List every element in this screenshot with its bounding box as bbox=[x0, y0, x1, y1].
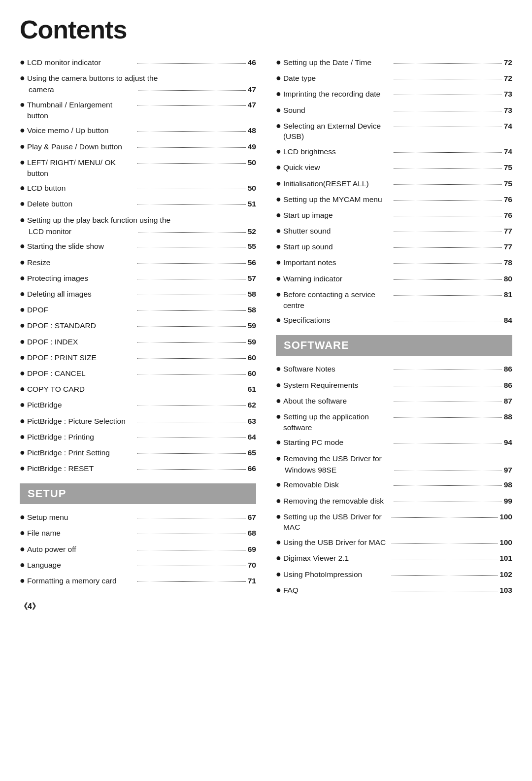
toc-item: ● Setup menu 67 bbox=[20, 511, 256, 523]
item-label: DPOF : PRINT SIZE bbox=[27, 352, 135, 363]
toc-item: ● Software Notes 86 bbox=[276, 363, 512, 375]
toc-item: ● Deleting all images 58 bbox=[20, 288, 256, 300]
bullet-icon: ● bbox=[20, 575, 25, 587]
dots bbox=[137, 406, 246, 406]
page-number: 64 bbox=[248, 432, 256, 442]
page-number: 58 bbox=[248, 289, 256, 300]
dots bbox=[394, 127, 502, 127]
item-label: Setting up the USB Driver for MAC bbox=[283, 511, 390, 533]
toc-item: ● System Requirements 86 bbox=[276, 379, 512, 391]
toc-item: ● LEFT/ RIGHT/ MENU/ OK button 50 bbox=[20, 156, 256, 178]
page-number: 84 bbox=[504, 315, 512, 326]
bullet-icon: ● bbox=[20, 56, 25, 68]
toc-item: ● Important notes 78 bbox=[276, 256, 512, 269]
dots bbox=[394, 247, 502, 248]
bullet-icon: ● bbox=[276, 495, 281, 507]
item-label: Voice memo / Up button bbox=[27, 125, 135, 136]
dots bbox=[394, 95, 502, 95]
page-number: 86 bbox=[504, 380, 512, 391]
toc-item: ● Thumbnail / Enlargement button 47 bbox=[20, 99, 256, 121]
software-section-header: SOFTWARE bbox=[276, 335, 512, 356]
toc-item: ● Auto power off 69 bbox=[20, 543, 256, 555]
page-number: 73 bbox=[504, 105, 512, 116]
dots bbox=[392, 559, 498, 559]
dots bbox=[138, 90, 245, 91]
dots bbox=[137, 105, 246, 106]
page-number: 70 bbox=[248, 560, 256, 571]
toc-item: ● LCD monitor indicator 46 bbox=[20, 56, 256, 68]
bullet-icon: ● bbox=[20, 182, 25, 194]
bullet-icon: ● bbox=[276, 379, 281, 391]
item-label: Using the camera buttons to adjust the bbox=[27, 73, 256, 84]
page-number: 65 bbox=[248, 447, 256, 458]
page-number: 50 bbox=[248, 157, 256, 168]
dots bbox=[137, 534, 246, 534]
toc-item: ● File name 68 bbox=[20, 527, 256, 539]
dots bbox=[394, 471, 501, 471]
toc-item: ● Start up sound 77 bbox=[276, 240, 512, 253]
toc-item: ● LCD button 50 bbox=[20, 182, 256, 194]
toc-item: ● PictBridge : RESET 66 bbox=[20, 462, 256, 475]
bullet-icon: ● bbox=[20, 240, 25, 252]
item-label: DPOF : STANDARD bbox=[27, 320, 135, 331]
dots bbox=[394, 443, 502, 443]
toc-item: ● Setting up the play back function usin… bbox=[20, 214, 256, 237]
toc-item: ● Voice memo / Up button 48 bbox=[20, 124, 256, 136]
toc-item: ● Quick view 75 bbox=[276, 161, 512, 173]
toc-item: ● COPY TO CARD 61 bbox=[20, 383, 256, 395]
page-number: 76 bbox=[504, 194, 512, 205]
toc-item: ● Play & Pause / Down button 49 bbox=[20, 140, 256, 153]
item-label: Important notes bbox=[283, 257, 392, 268]
page-number: 72 bbox=[504, 57, 512, 68]
bullet-icon: ● bbox=[276, 193, 281, 205]
item-label: Setup menu bbox=[27, 512, 135, 523]
dots bbox=[137, 263, 246, 264]
right-column: ● Setting up the Date / Time 72 ● Date t… bbox=[266, 56, 512, 612]
bullet-icon: ● bbox=[276, 314, 281, 326]
bullet-icon: ● bbox=[276, 536, 281, 548]
page-number: 49 bbox=[248, 141, 256, 152]
dots bbox=[394, 295, 502, 296]
page-number: 57 bbox=[248, 273, 256, 284]
page-number: 48 bbox=[248, 125, 256, 136]
dots bbox=[394, 370, 502, 370]
item-label: Removing the removable disk bbox=[283, 496, 392, 507]
bullet-icon: ● bbox=[276, 225, 281, 237]
bullet-icon: ● bbox=[276, 436, 281, 448]
toc-item: ● Language 70 bbox=[20, 559, 256, 571]
bullet-icon: ● bbox=[20, 319, 25, 332]
item-label: Protecting images bbox=[27, 273, 135, 284]
dots bbox=[394, 168, 502, 169]
page-number: 52 bbox=[248, 226, 256, 237]
dots bbox=[137, 390, 246, 390]
dots bbox=[137, 279, 246, 279]
item-label: Setting up the MYCAM menu bbox=[283, 194, 392, 205]
left-column: ● LCD monitor indicator 46 ● Using the c… bbox=[20, 56, 266, 612]
bullet-icon: ● bbox=[20, 256, 25, 269]
page-number: 62 bbox=[248, 400, 256, 410]
bullet-icon: ● bbox=[276, 410, 281, 423]
dots bbox=[137, 310, 246, 311]
toc-item: ● Starting the slide show 55 bbox=[20, 240, 256, 252]
page-number: 59 bbox=[248, 337, 256, 347]
bullet-icon: ● bbox=[276, 552, 281, 564]
item-label: Imprinting the recording date bbox=[283, 89, 392, 100]
item-label: PictBridge bbox=[27, 400, 135, 410]
item-label: Using PhotoImpression bbox=[283, 569, 390, 580]
item-label: Resize bbox=[27, 257, 135, 268]
item-label: LCD brightness bbox=[283, 146, 392, 157]
toc-item: ● Using PhotoImpression 102 bbox=[276, 568, 512, 580]
dots bbox=[137, 131, 246, 132]
dots bbox=[137, 438, 246, 438]
page-number: 60 bbox=[248, 368, 256, 379]
item-label: Before contacting a service centre bbox=[283, 289, 392, 310]
bullet-icon: ● bbox=[20, 198, 25, 210]
item-label: DPOF bbox=[27, 305, 135, 315]
toc-item: ● DPOF : INDEX 59 bbox=[20, 336, 256, 348]
page-number: 100 bbox=[499, 537, 512, 548]
bullet-icon: ● bbox=[276, 177, 281, 190]
item-label: FAQ bbox=[283, 585, 390, 596]
bullet-icon: ● bbox=[276, 584, 281, 596]
item-label: LCD button bbox=[27, 183, 135, 194]
dots bbox=[137, 147, 246, 148]
